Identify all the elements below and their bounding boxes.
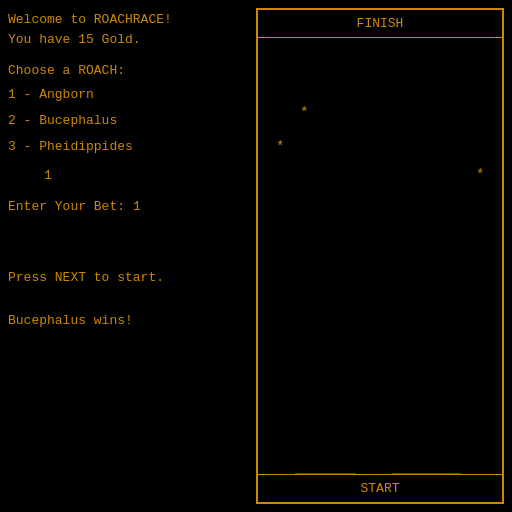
race-area: * * * xyxy=(258,38,502,474)
start-bar: START xyxy=(258,474,502,502)
winner-text: Bucephalus wins! xyxy=(8,313,248,328)
roach-item-2[interactable]: 2 - Bucephalus xyxy=(8,108,248,134)
bet-section: Enter Your Bet: 1 xyxy=(8,199,248,214)
left-panel: Welcome to ROACHRACE! You have 15 Gold. … xyxy=(0,0,256,512)
roach-marker-2: * xyxy=(276,140,284,154)
finish-bar: FINISH xyxy=(258,10,502,38)
welcome-text: Welcome to ROACHRACE! You have 15 Gold. xyxy=(8,10,248,49)
press-next-text: Press NEXT to start. xyxy=(8,270,248,285)
app-container: Welcome to ROACHRACE! You have 15 Gold. … xyxy=(0,0,512,512)
roach-item-3[interactable]: 3 - Pheidippides xyxy=(8,134,248,160)
selected-roach-value[interactable]: 1 xyxy=(44,168,248,183)
roach-marker-3: * xyxy=(476,168,484,182)
roach-list: 1 - Angborn 2 - Bucephalus 3 - Pheidippi… xyxy=(8,82,248,160)
bet-value[interactable]: 1 xyxy=(133,199,141,214)
welcome-line2: You have 15 Gold. xyxy=(8,30,248,50)
roach-item-1[interactable]: 1 - Angborn xyxy=(8,82,248,108)
enter-bet-label: Enter Your Bet: xyxy=(8,199,125,214)
finish-label: FINISH xyxy=(357,16,404,31)
race-track: FINISH * * * START xyxy=(256,8,504,504)
welcome-line1: Welcome to ROACHRACE! xyxy=(8,10,248,30)
start-label: START xyxy=(361,481,400,496)
roach-marker-1: * xyxy=(300,106,308,120)
choose-label: Choose a ROACH: xyxy=(8,63,248,78)
